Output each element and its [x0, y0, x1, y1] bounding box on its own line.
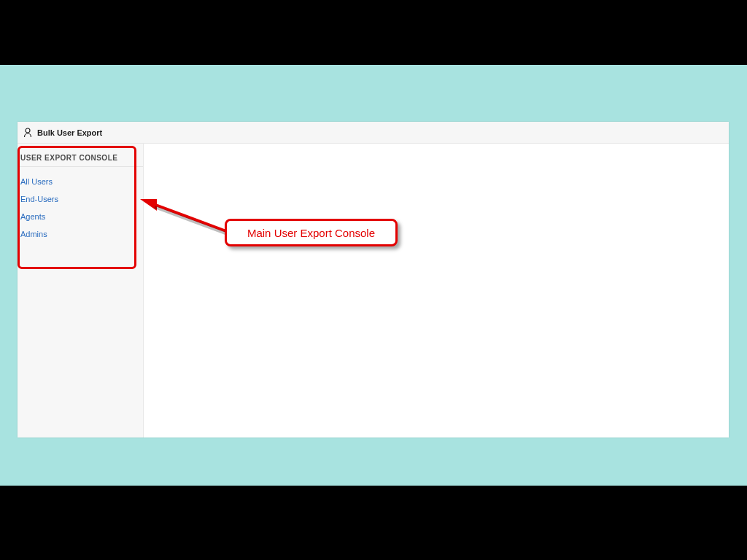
- body-row: USER EXPORT CONSOLE All Users End-Users …: [18, 144, 729, 438]
- sidebar: USER EXPORT CONSOLE All Users End-Users …: [18, 144, 144, 438]
- sidebar-item-all-users[interactable]: All Users: [18, 173, 143, 190]
- annotation-callout-label: Main User Export Console: [247, 227, 375, 239]
- main-content: [144, 144, 729, 438]
- svg-point-0: [26, 128, 30, 133]
- sidebar-item-agents[interactable]: Agents: [18, 208, 143, 225]
- sidebar-item-admins[interactable]: Admins: [18, 225, 143, 243]
- page-title: Bulk User Export: [37, 128, 102, 137]
- presentation-stage: Bulk User Export USER EXPORT CONSOLE All…: [0, 65, 747, 486]
- sidebar-heading: USER EXPORT CONSOLE: [18, 154, 143, 167]
- annotation-callout: Main User Export Console: [225, 219, 398, 246]
- user-icon: [23, 128, 32, 138]
- app-window: Bulk User Export USER EXPORT CONSOLE All…: [18, 122, 729, 438]
- sidebar-item-end-users[interactable]: End-Users: [18, 190, 143, 208]
- header-bar: Bulk User Export: [18, 122, 729, 144]
